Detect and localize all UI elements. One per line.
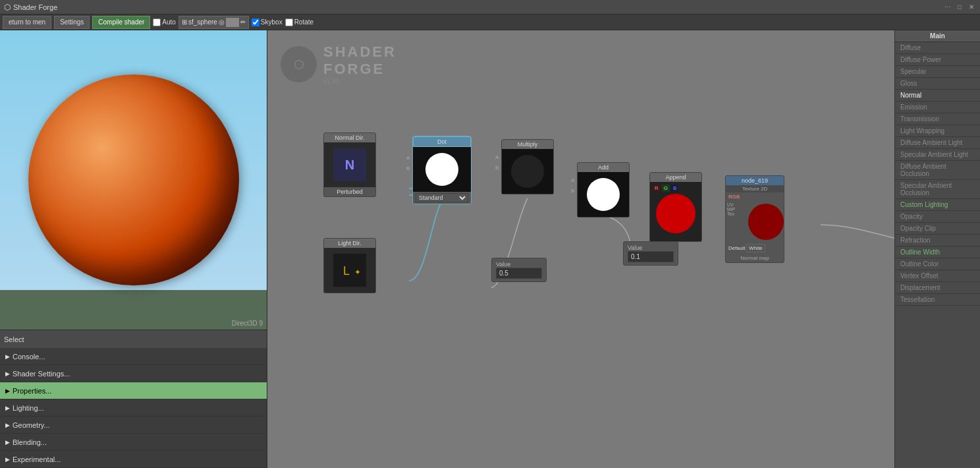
right-panel-light-wrapping[interactable]: Light Wrapping	[895, 125, 980, 137]
normal-dir-preview: N	[324, 142, 375, 187]
preview-sphere-container	[28, 74, 239, 285]
logo-subtitle: FORGE	[323, 61, 396, 78]
multiply-a-label: A	[495, 154, 499, 160]
right-panel-gloss[interactable]: Gloss	[895, 78, 980, 90]
title-bar: ⬡ Shader Forge ⋯ □ ✕	[0, 0, 980, 15]
arrow-icon: ▶	[5, 370, 10, 377]
add-circle	[587, 178, 620, 211]
value2-label: Value	[628, 245, 674, 251]
shader-name-field[interactable]: ⊞ sf_sphere ◎ ✏	[178, 16, 249, 29]
add-a-label: A	[571, 177, 574, 183]
preview-select-bar: Select	[0, 330, 267, 348]
select-label: Select	[4, 336, 30, 343]
arrow-icon: ▶	[5, 405, 10, 411]
default-value[interactable]: White	[746, 244, 765, 252]
compile-shader-btn[interactable]: Compile shader	[92, 16, 150, 29]
sidebar-item-label: Lighting...	[13, 404, 44, 412]
logo-version: v1.40	[323, 78, 396, 85]
return-to-menu-btn[interactable]: eturn to men	[3, 16, 51, 29]
light-dir-node[interactable]: Light Dir. L ✦	[323, 238, 376, 293]
value2-input[interactable]: 0.1	[628, 251, 674, 262]
svg-text:✦: ✦	[354, 268, 361, 277]
auto-checkbox[interactable]: Auto	[153, 18, 176, 26]
right-panel-header: Main	[895, 30, 980, 42]
add-header: Add	[578, 163, 629, 172]
right-panel-outline-width[interactable]: Outline Width	[895, 247, 980, 258]
light-dir-header: Light Dir.	[324, 239, 375, 248]
right-panel-diffuse-ambient-occlusion[interactable]: Diffuse Ambient Occlusion	[895, 161, 980, 180]
sidebar-item-shader-settings[interactable]: ▶ Shader Settings...	[0, 365, 267, 382]
sidebar-item-console[interactable]: ▶ Console...	[0, 348, 267, 365]
auto-checkbox-input[interactable]	[153, 18, 161, 26]
node619-header: node_619	[726, 176, 784, 185]
settings-btn[interactable]: Settings	[54, 16, 90, 29]
right-panel-tessellation[interactable]: Tessellation	[895, 294, 980, 306]
right-panel-opacity-clip[interactable]: Opacity Clip	[895, 223, 980, 235]
shader-name-text: sf_sphere	[188, 18, 217, 26]
title-bar-title: Shader Forge	[13, 3, 943, 11]
skybox-checkbox-input[interactable]	[252, 18, 259, 26]
logo-title: SHADER	[323, 44, 396, 61]
right-panel-custom-lighting[interactable]: Custom Lighting	[895, 199, 980, 211]
sf-logo: ⬡ SHADER FORGE v1.40	[281, 44, 396, 85]
rotate-label: Rotate	[294, 18, 313, 26]
close-btn[interactable]: ✕	[967, 3, 976, 12]
add-node[interactable]: Add A B	[577, 162, 630, 218]
auto-label: Auto	[162, 18, 176, 26]
minimize-btn[interactable]: □	[955, 3, 964, 12]
rotate-checkbox[interactable]: Rotate	[285, 18, 313, 26]
value1-node[interactable]: Value 0.5	[491, 258, 547, 282]
right-panel-refraction[interactable]: Refraction	[895, 235, 980, 247]
right-panel-emission[interactable]: Emission	[895, 102, 980, 113]
connector-a-label: A	[406, 155, 410, 161]
dot-node[interactable]: Dot Standard A B	[412, 136, 472, 204]
dot-preview	[413, 147, 471, 192]
append-b-label: B	[671, 185, 678, 192]
dot-dropdown-container[interactable]: Standard	[413, 192, 471, 204]
multiply-node[interactable]: Multiply A B	[501, 139, 554, 194]
arrow-icon: ▶	[5, 456, 10, 463]
value1-input[interactable]: 0.5	[496, 268, 542, 279]
right-panel-vertex-offset[interactable]: Vertex Offset	[895, 270, 980, 282]
rotate-checkbox-input[interactable]	[285, 18, 293, 26]
node619-rgb-labels: RGB	[726, 192, 784, 201]
right-panel-diffuse-power[interactable]: Diffuse Power	[895, 54, 980, 66]
skybox-checkbox[interactable]: Skybox	[252, 18, 283, 26]
sidebar-item-properties[interactable]: ▶ Properties...	[0, 382, 267, 399]
main-layout: Direct3D 9 Select ▶ Console... ▶ Shader …	[0, 30, 980, 468]
right-panel-outline-color[interactable]: Outline Color	[895, 258, 980, 270]
right-panel-transmission[interactable]: Transmission	[895, 113, 980, 125]
append-g-label: G	[662, 185, 670, 192]
multiply-b-label: B	[495, 165, 499, 171]
sidebar-menu: ▶ Console... ▶ Shader Settings... ▶ Prop…	[0, 348, 267, 468]
node619-labels: UV MIP Tex	[726, 201, 748, 243]
multiply-preview	[502, 149, 553, 194]
append-node[interactable]: Append R G B	[649, 172, 702, 242]
right-panel-specular-ambient-light[interactable]: Specular Ambient Light	[895, 149, 980, 161]
light-dir-preview: L ✦	[324, 248, 375, 293]
append-circle	[656, 194, 695, 233]
right-panel-displacement[interactable]: Displacement	[895, 282, 980, 294]
svg-text:N: N	[345, 158, 354, 172]
right-panel-specular[interactable]: Specular	[895, 66, 980, 78]
sidebar-item-geometry[interactable]: ▶ Geometry...	[0, 417, 267, 434]
value2-node[interactable]: Value 0.1	[623, 241, 678, 266]
dot-dropdown[interactable]: Standard	[416, 193, 468, 202]
node619-node[interactable]: node_619 Texture 2D RGB UV MIP Tex Defau…	[725, 175, 784, 263]
menu-btn[interactable]: ⋯	[943, 3, 952, 12]
right-panel-opacity[interactable]: Opacity	[895, 211, 980, 223]
right-panel-specular-ambient-occlusion[interactable]: Specular Ambient Occlusion	[895, 180, 980, 199]
sidebar-item-blending[interactable]: ▶ Blending...	[0, 434, 267, 451]
add-preview	[578, 172, 629, 217]
sidebar-item-lighting[interactable]: ▶ Lighting...	[0, 399, 267, 417]
right-panel-diffuse-ambient-light[interactable]: Diffuse Ambient Light	[895, 137, 980, 149]
sidebar-item-experimental[interactable]: ▶ Experimental...	[0, 451, 267, 468]
normal-dir-node[interactable]: Normal Dir. N Perturbed	[323, 132, 376, 197]
right-panel: Main Diffuse Diffuse Power Specular Glos…	[894, 30, 980, 468]
node-canvas[interactable]: ⬡ SHADER FORGE v1.40	[267, 30, 894, 468]
preview-renderer: Direct3D 9	[232, 320, 263, 327]
right-panel-normal[interactable]: Normal	[895, 90, 980, 102]
grid-icon: ⊞	[182, 18, 187, 26]
color-swatch[interactable]	[226, 18, 239, 27]
right-panel-diffuse[interactable]: Diffuse	[895, 42, 980, 54]
